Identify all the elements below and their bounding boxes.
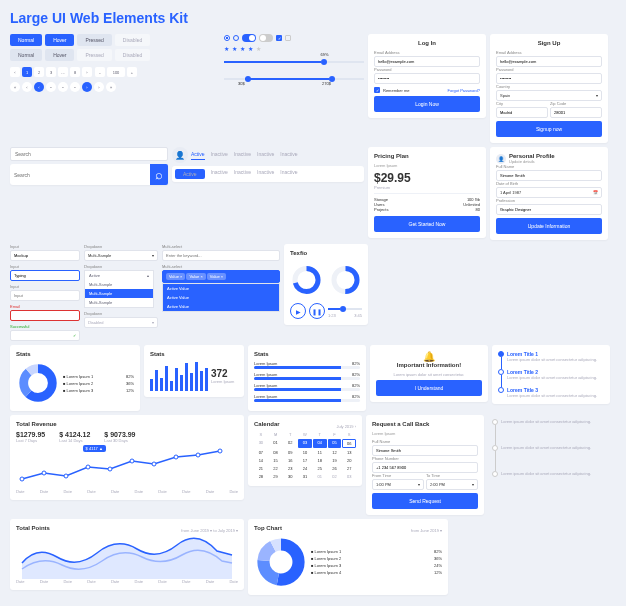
signup-button[interactable]: Signup now <box>496 121 602 137</box>
stepper[interactable]: -100+ <box>95 67 137 77</box>
pagination-numbers[interactable]: ‹123...8› <box>10 67 92 77</box>
callback-button[interactable]: Send Request <box>372 493 478 509</box>
search-icon: ⌕ <box>155 167 163 182</box>
profile-prof[interactable] <box>496 204 602 215</box>
texfio-card: Texfio ▶ ❚❚ 1:233:45 <box>284 244 368 325</box>
signup-country[interactable]: Spain▾ <box>496 90 602 101</box>
bell-icon: 🔔 <box>376 351 482 362</box>
signup-city[interactable] <box>496 107 548 118</box>
input-success[interactable]: ✓ <box>10 330 80 341</box>
dropdown-open[interactable]: Active▴ Multi-Sample Multi-Sample Multi-… <box>84 270 154 308</box>
svg-point-8 <box>42 471 46 475</box>
star-rating[interactable]: ★★★★★ <box>224 45 364 52</box>
radio-on[interactable] <box>224 35 230 41</box>
multiselect[interactable]: Value ×Value ×Value × <box>162 270 280 283</box>
svg-point-7 <box>20 477 24 481</box>
calendar-grid[interactable]: SMTWTFS 30010203040506 07080910111213 14… <box>254 431 356 480</box>
callback-from[interactable]: 1:00 PM▾ <box>372 479 424 490</box>
login-card: Log In Email Address Password ✓Remember … <box>368 34 486 118</box>
slider-range[interactable]: 30$ 270$ <box>224 75 364 83</box>
btn-pressed[interactable]: Pressed <box>77 34 111 46</box>
profile-name[interactable] <box>496 170 602 181</box>
dropdown-disabled: Disabled▾ <box>84 317 158 328</box>
checkbox[interactable]: ✓ <box>276 35 282 41</box>
signup-password[interactable] <box>496 73 602 84</box>
toggle-on[interactable] <box>242 34 256 42</box>
callback-to[interactable]: 2:00 PM▾ <box>426 479 478 490</box>
stats-bar-card: Stats 372Lorem Ipsum <box>144 345 244 397</box>
bar-chart <box>150 361 208 391</box>
profile-button[interactable]: Update Information <box>496 218 602 234</box>
alert-button[interactable]: I Understand <box>376 380 482 396</box>
slider-single[interactable]: 69% <box>224 58 364 66</box>
calendar-card: CalendarJuly 2019 › SMTWTFS 300102030405… <box>248 415 362 486</box>
topchart-range[interactable]: from June 2019 ▾ <box>411 528 442 533</box>
profile-dob[interactable]: 1 April 1987📅 <box>496 187 602 198</box>
checkbox-off[interactable] <box>285 35 291 41</box>
play-button[interactable]: ▶ <box>290 303 306 319</box>
svg-point-15 <box>196 453 200 457</box>
media-slider[interactable] <box>328 305 362 313</box>
keyword-input[interactable] <box>162 250 280 261</box>
svg-point-10 <box>86 465 90 469</box>
remember-check[interactable]: ✓ <box>374 87 380 93</box>
search-input-2[interactable] <box>10 169 150 181</box>
signup-email[interactable] <box>496 56 602 67</box>
btn-normal[interactable]: Normal <box>10 34 42 46</box>
chevron-down-icon: ▾ <box>152 253 154 258</box>
calendar-icon: 📅 <box>593 190 598 195</box>
forgot-link[interactable]: Forgot Password? <box>448 88 480 93</box>
revenue-card: Total Revenue $1279.95Last 7 Days $ 4124… <box>10 415 244 500</box>
tabs-row-1[interactable]: ActiveInactiveInactiveInactiveInactive <box>191 151 298 160</box>
points-range[interactable]: from June 2019 ▾ to July 2019 ▾ <box>181 528 238 533</box>
revenue-badge: $ 4117 ▲ <box>83 445 106 452</box>
signup-card: Sign Up Email Address Password Country S… <box>490 34 608 143</box>
callback-card: Request a Call Back Lorem Ipsum Full Nam… <box>366 415 484 515</box>
topchart-card: Top Chartfrom June 2019 ▾ ■ Lorem Ipsum … <box>248 519 448 595</box>
svg-point-13 <box>152 462 156 466</box>
toggle-off[interactable] <box>259 34 273 42</box>
stats-donut-card: Stats ■ Lorem Ipsum 182% ■ Lorem Ipsum 2… <box>10 345 140 411</box>
pause-button[interactable]: ❚❚ <box>309 303 325 319</box>
page-title: Large UI Web Elements Kit <box>10 10 616 26</box>
search-input-1[interactable] <box>10 147 168 161</box>
multiselect-options[interactable]: Active Value Active Value Active Value <box>162 283 280 312</box>
user-icon: 👤 <box>175 151 185 160</box>
points-card: Total Pointsfrom June 2019 ▾ to July 201… <box>10 519 244 590</box>
calendar-month[interactable]: July 2019 › <box>336 424 356 429</box>
input-mockup[interactable] <box>10 250 80 261</box>
btn-normal-2[interactable]: Normal <box>10 49 42 61</box>
check-icon: ✓ <box>73 333 76 338</box>
pie-chart <box>16 361 60 405</box>
input-plain[interactable] <box>10 290 80 301</box>
user-icon: 👤 <box>496 154 506 164</box>
profile-card: 👤Personal ProfileUpdate details Full Nam… <box>490 147 608 240</box>
svg-point-9 <box>64 474 68 478</box>
login-button[interactable]: Login Now <box>374 96 480 112</box>
login-email[interactable] <box>374 56 480 67</box>
svg-point-11 <box>108 467 112 471</box>
donut-chart-top <box>254 535 308 589</box>
btn-disabled: Disabled <box>115 34 150 46</box>
svg-point-12 <box>130 459 134 463</box>
tabs-row-2[interactable]: ActiveInactiveInactiveInactiveInactive <box>175 169 361 179</box>
pagination-arrows[interactable]: «‹‹•••››» <box>10 82 220 92</box>
callback-phone[interactable] <box>372 462 478 473</box>
callback-name[interactable] <box>372 445 478 456</box>
pricing-button[interactable]: Get Started Now <box>374 216 480 232</box>
input-typing[interactable] <box>10 270 80 281</box>
btn-hover[interactable]: Hover <box>45 34 74 46</box>
signup-zip[interactable] <box>550 107 602 118</box>
btn-disabled-2: Disabled <box>115 49 150 61</box>
radio-off[interactable] <box>233 35 239 41</box>
avatar[interactable]: 👤 <box>172 147 188 163</box>
donut-chart-2 <box>329 260 362 300</box>
btn-hover-2[interactable]: Hover <box>45 49 74 61</box>
btn-pressed-2[interactable]: Pressed <box>77 49 111 61</box>
login-password[interactable] <box>374 73 480 84</box>
timeline-plain: Lorem ipsum dolor sit amet consectetur a… <box>488 415 606 481</box>
search-button[interactable]: ⌕ <box>150 164 168 185</box>
input-email[interactable] <box>10 310 80 321</box>
alert-card: 🔔 Important Information! Lorem ipsum dol… <box>370 345 488 402</box>
dropdown-1[interactable]: Multi-Sample▾ <box>84 250 158 261</box>
